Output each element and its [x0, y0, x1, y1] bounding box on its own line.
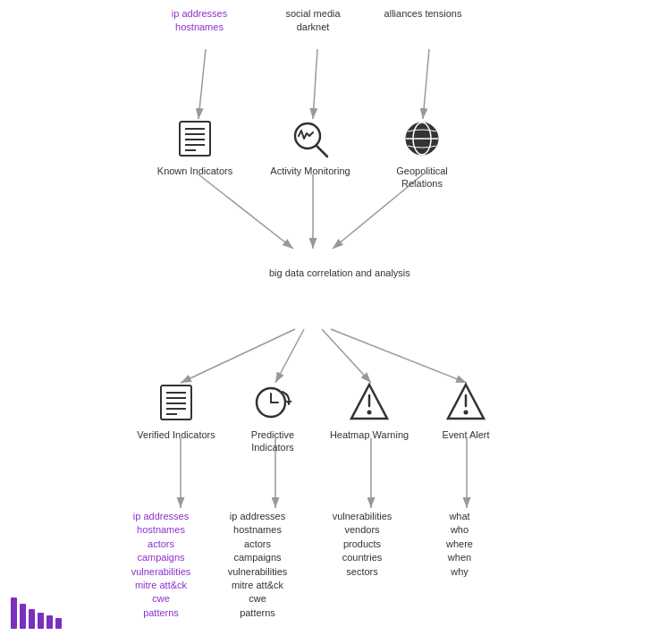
- source-social: social media darknet: [273, 7, 353, 35]
- globe-icon: [400, 116, 444, 161]
- list-icon: [173, 116, 217, 161]
- svg-rect-55: [38, 613, 44, 629]
- svg-line-10: [331, 329, 467, 383]
- svg-rect-54: [29, 609, 35, 629]
- database-node: big data correlation and analysis: [264, 240, 362, 307]
- database-label: big data correlation and analysis: [269, 266, 410, 281]
- known-indicators-node: Known Indicators: [155, 116, 235, 177]
- svg-line-3: [423, 49, 429, 119]
- thermometer-triangle-icon: [347, 380, 392, 425]
- logo: [9, 593, 67, 635]
- svg-line-22: [317, 146, 327, 157]
- output-data-heatmap: vulnerabilitiesvendorsproductscountriess…: [317, 510, 407, 579]
- svg-rect-57: [55, 618, 62, 629]
- exclamation-triangle-icon: [443, 380, 488, 425]
- source-alliances: alliances tensions: [383, 7, 463, 21]
- source-ip: ip addresses hostnames: [159, 7, 240, 35]
- predictive-indicators-node: Predictive Indicators: [232, 380, 313, 454]
- verified-indicators-node: Verified Indicators: [136, 380, 216, 441]
- output-data-predictive: ip addresseshostnamesactorscampaignsvuln…: [213, 510, 302, 620]
- search-pulse-icon: [288, 116, 333, 161]
- svg-rect-52: [11, 597, 17, 629]
- event-alert-node: Event Alert: [426, 380, 506, 441]
- svg-point-48: [367, 411, 372, 415]
- svg-line-8: [275, 329, 304, 383]
- output-data-event: whatwhowherewhenwhy: [424, 510, 495, 579]
- logo-icon: [9, 593, 67, 633]
- svg-line-2: [313, 49, 317, 119]
- activity-monitoring-node: Activity Monitoring: [270, 116, 350, 177]
- svg-line-1: [198, 49, 206, 119]
- svg-rect-53: [20, 604, 26, 629]
- clock-arrow-icon: [250, 380, 295, 425]
- heatmap-warning-node: Heatmap Warning: [329, 380, 409, 441]
- diagram-container: ip addresses hostnames social media dark…: [0, 0, 650, 644]
- list-check-icon: [154, 380, 198, 425]
- svg-point-51: [464, 411, 469, 415]
- svg-rect-56: [46, 615, 53, 629]
- svg-line-4: [198, 174, 293, 249]
- svg-line-7: [181, 329, 295, 383]
- svg-line-9: [322, 329, 371, 383]
- geopolitical-node: Geopolitical Relations: [382, 116, 462, 191]
- output-data-verified: ip addresseshostnamesactorscampaignsvuln…: [116, 510, 206, 620]
